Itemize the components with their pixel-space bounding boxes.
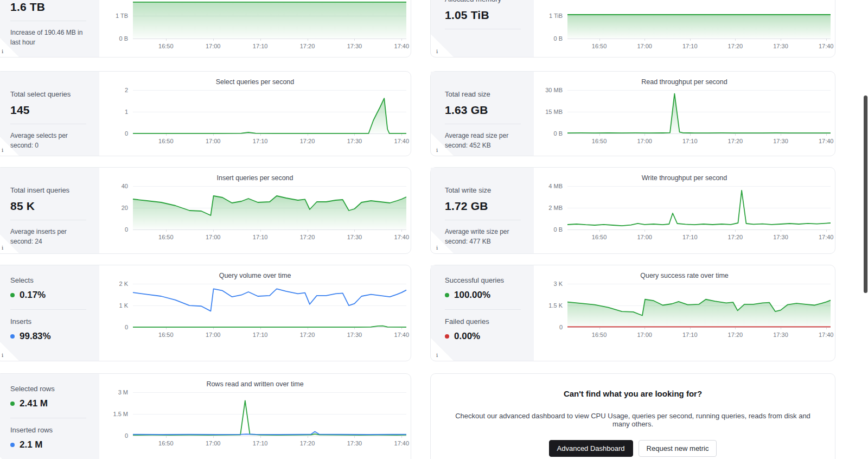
gridline [133, 229, 406, 230]
chart-plot[interactable]: 4 MB2 MB0 B16:5017:0017:1017:2017:3017:4… [567, 182, 831, 229]
request-new-metric-button[interactable]: Request new metric [639, 440, 717, 457]
stat-panel: Successful queries100.00%Failed queries0… [431, 265, 534, 361]
x-axis-tick [213, 436, 214, 438]
stat-divider [10, 21, 86, 21]
y-axis-label: 0 [559, 324, 563, 330]
chart-plot[interactable]: 1 TiB0 B16:5017:0017:1017:2017:3017:40 [567, 0, 831, 39]
card-select-queries: Total select queries145Average selects p… [0, 71, 411, 156]
stat-entry-label: Inserts [10, 317, 88, 326]
chart-select-queries: Select queries per second21016:5017:0017… [99, 72, 411, 156]
scrollbar-thumb[interactable] [864, 95, 867, 293]
chart-plot[interactable]: 3 K1.5 K016:5017:0017:1017:2017:3017:40 [567, 279, 831, 327]
x-axis-label: 17:40 [394, 234, 410, 240]
cta-title: Can't find what you are looking for? [447, 389, 819, 398]
stat-entry-value-row: 99.83% [10, 331, 88, 342]
stat-value: 1.63 GB [445, 104, 523, 117]
x-axis-label: 17:20 [728, 331, 743, 338]
x-axis-label: 16:50 [158, 234, 174, 240]
chart-plot[interactable]: 30 MB15 MB0 B16:5017:0017:1017:2017:3017… [567, 86, 831, 133]
x-axis-tick [735, 327, 736, 329]
stat-label: Total read size [445, 90, 523, 98]
info-icon[interactable]: i [436, 245, 438, 251]
info-icon[interactable]: i [436, 48, 438, 54]
y-axis-label: 2 [125, 87, 128, 93]
x-axis-tick [781, 229, 781, 232]
x-axis-label: 16:50 [158, 440, 174, 447]
x-axis-label: 17:00 [206, 440, 221, 447]
stat-panel: Selects0.17%Inserts99.83% [0, 265, 99, 361]
x-axis-tick [213, 229, 214, 232]
stat-entry-label: Successful queries [445, 276, 523, 284]
card-allocated-memory: Allocated memory1.05 TiBi1 TiB0 B16:5017… [430, 0, 835, 58]
chart-series-canvas [567, 182, 831, 229]
info-icon[interactable]: i [2, 245, 3, 251]
stat-value: 1.05 TiB [445, 9, 523, 22]
info-icon[interactable]: i [2, 147, 3, 153]
card-query-success: Successful queries100.00%Failed queries0… [430, 265, 835, 361]
advanced-dashboard-button[interactable]: Advanced Dashboard [549, 440, 633, 457]
dashboard-row: Total select queries145Average selects p… [0, 71, 835, 156]
x-axis-tick [599, 229, 600, 232]
x-axis-tick [644, 229, 645, 232]
x-axis-tick [826, 39, 827, 41]
x-axis-tick [308, 39, 308, 41]
info-icon[interactable]: i [436, 147, 438, 153]
x-axis-label: 16:50 [592, 331, 607, 338]
x-axis-label: 16:50 [592, 234, 607, 240]
info-icon[interactable]: i [2, 48, 3, 54]
info-icon[interactable]: i [2, 352, 3, 358]
x-axis-label: 17:10 [253, 138, 268, 144]
x-axis-label: 16:50 [592, 138, 607, 144]
x-axis-tick [690, 133, 691, 136]
chart-series-canvas [133, 86, 406, 133]
stat-entry-value: 2.1 M [20, 439, 43, 450]
chart-title: Insert queries per second [99, 174, 411, 182]
chart-rows-read-written: Rows read and written over time3 M1.5 M0… [99, 374, 411, 459]
stat-panel: Selected rows2.41 MInserted rows2.1 M [0, 374, 99, 459]
chart-plot[interactable]: 21016:5017:0017:1017:2017:3017:40 [133, 86, 406, 133]
metrics-dashboard: 1.6 TBIncrease of 190.46 MB in last hour… [0, 0, 868, 459]
stat-entry-value-row: 2.41 M [10, 398, 88, 409]
dashboard-grid: 1.6 TBIncrease of 190.46 MB in last hour… [0, 0, 835, 459]
stat-divider [445, 124, 521, 124]
legend-dot-icon [10, 443, 15, 447]
x-axis-label: 17:10 [682, 234, 698, 240]
chart-title: Query success rate over time [534, 272, 835, 279]
chart-title: Rows read and written over time [99, 380, 411, 388]
gridline [133, 436, 406, 436]
chart-write-size: Write throughput per second4 MB2 MB0 B16… [534, 168, 835, 253]
chart-plot[interactable]: 2 K1 K016:5017:0017:1017:2017:3017:40 [133, 279, 406, 327]
stat-subtext: Increase of 190.46 MB in last hour [10, 28, 88, 47]
stat-panel: Total select queries145Average selects p… [0, 72, 99, 156]
x-axis-label: 17:40 [819, 43, 834, 49]
x-axis-tick [644, 133, 645, 136]
x-axis-tick [826, 327, 827, 329]
y-axis-label: 0 B [119, 35, 128, 42]
chart-insert-queries: Insert queries per second4020016:5017:00… [99, 168, 411, 253]
series-rows-read [133, 400, 406, 435]
stat-panel: Total read size1.63 GBAverage read size … [431, 72, 534, 156]
y-axis-label: 15 MB [545, 109, 563, 115]
chart-plot[interactable]: 3 M1.5 M016:5017:0017:1017:2017:3017:40 [133, 388, 406, 436]
cta-body: Checkout our advanced dashboard to view … [447, 412, 819, 428]
x-axis-tick [401, 39, 402, 41]
y-axis-label: 4 MB [548, 183, 563, 189]
x-axis-label: 17:40 [819, 234, 834, 240]
y-axis-label: 2 MB [548, 205, 563, 211]
x-axis-tick [690, 327, 691, 329]
x-axis-label: 17:30 [773, 331, 788, 338]
chart-plot[interactable]: 1 TB0 B16:5017:0017:1017:2017:3017:40 [133, 0, 406, 39]
stat-value: 145 [10, 104, 88, 117]
chart-plot[interactable]: 4020016:5017:0017:1017:2017:3017:40 [133, 182, 406, 229]
x-axis-label: 17:30 [347, 43, 362, 49]
chart-read-size: Read throughput per second30 MB15 MB0 B1… [534, 72, 835, 156]
y-axis-label: 1 TB [116, 12, 128, 19]
x-axis-tick [260, 39, 261, 41]
stat-entry-label: Selects [10, 276, 88, 284]
y-axis-label: 0 [125, 130, 128, 137]
info-icon[interactable]: i [436, 352, 438, 358]
series-selects [133, 326, 406, 327]
x-axis-label: 17:10 [253, 234, 268, 240]
stat-value: 1.72 GB [445, 200, 523, 213]
stat-entry-label: Inserted rows [10, 426, 88, 434]
